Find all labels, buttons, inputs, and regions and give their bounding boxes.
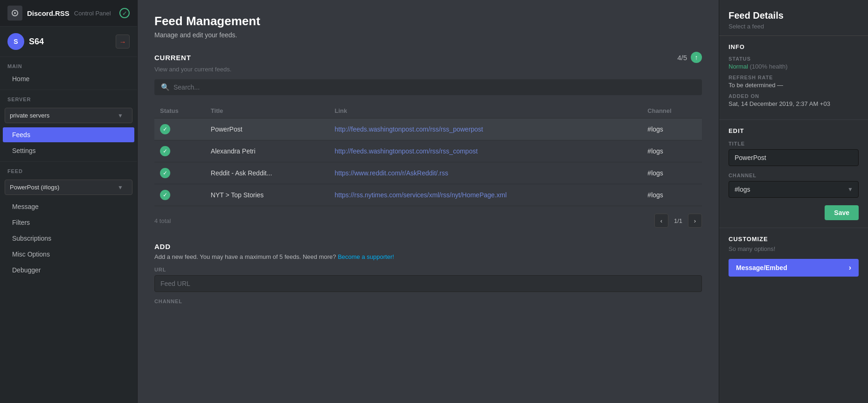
save-row: Save	[729, 205, 859, 220]
add-section: ADD Add a new feed. You may have a maxim…	[154, 243, 702, 307]
table-row[interactable]: ✓ NYT > Top Stories https://rss.nytimes.…	[154, 184, 702, 206]
search-input[interactable]	[174, 83, 695, 91]
feed-channel-cell: #logs	[642, 184, 702, 206]
status-dot: ✓	[160, 168, 170, 178]
feed-title-cell: Reddit - Ask Reddit...	[205, 162, 329, 184]
sidebar-item-home[interactable]: Home	[3, 71, 134, 86]
server-avatar: S	[7, 33, 24, 50]
server-dropdown-wrap: private servers ▼	[0, 106, 137, 125]
table-row[interactable]: ✓ Reddit - Ask Reddit... https://www.red…	[154, 162, 702, 184]
feed-dropdown[interactable]: PowerPost (#logs)	[5, 180, 132, 195]
chevron-right-icon: ›	[849, 264, 851, 272]
status-value: Normal (100% health)	[729, 63, 859, 70]
edit-title-label: TITLE	[729, 141, 859, 146]
feed-title-cell: Alexandra Petri	[205, 140, 329, 162]
become-supporter-link[interactable]: Become a supporter!	[338, 253, 394, 260]
status-dot: ✓	[160, 124, 170, 134]
feed-channel-cell: #logs	[642, 118, 702, 140]
info-section: INFO STATUS Normal (100% health) REFRESH…	[719, 36, 868, 120]
page-indicator: 1/1	[672, 217, 684, 224]
feed-dropdown-container: PowerPost (#logs) ▼	[5, 180, 132, 195]
sidebar-item-filters[interactable]: Filters	[3, 215, 134, 230]
app-status-icon: ✓	[119, 8, 130, 18]
server-dropdown-container: private servers ▼	[5, 108, 132, 123]
feed-count: 4/5	[677, 54, 687, 62]
feed-section-label: FEED	[0, 165, 137, 176]
current-section-title: CURRENT	[154, 54, 191, 62]
feed-channel-cell: #logs	[642, 162, 702, 184]
server-exit-button[interactable]: →	[116, 35, 130, 49]
status-normal: Normal	[729, 63, 748, 70]
right-panel: Feed Details Select a feed INFO STATUS N…	[719, 0, 868, 403]
server-name: S64	[29, 37, 111, 47]
sidebar: Discord.RSS Control Panel ✓ S S64 → MAIN…	[0, 0, 138, 403]
section-count: 4/5 ↑	[677, 52, 702, 63]
feed-dropdown-wrap: PowerPost (#logs) ▼	[0, 178, 137, 197]
status-row: STATUS Normal (100% health)	[729, 56, 859, 70]
edit-channel-label: CHANNEL	[729, 173, 859, 178]
feed-channel-cell: #logs	[642, 140, 702, 162]
server-dropdown[interactable]: private servers	[5, 108, 132, 123]
info-section-title: INFO	[729, 43, 859, 50]
refresh-rate-row: REFRESH RATE To be determined —	[729, 75, 859, 89]
add-section-title: ADD	[154, 243, 171, 250]
server-section: S S64 →	[0, 27, 137, 54]
col-status: Status	[154, 104, 205, 118]
table-row[interactable]: ✓ PowerPost http://feeds.washingtonpost.…	[154, 118, 702, 140]
save-button[interactable]: Save	[825, 205, 859, 220]
sidebar-item-misc-options[interactable]: Misc Options	[3, 247, 134, 262]
svg-point-2	[14, 12, 16, 14]
sidebar-item-subscriptions[interactable]: Subscriptions	[3, 231, 134, 246]
search-icon: 🔍	[161, 83, 170, 91]
right-panel-header: Feed Details Select a feed	[719, 0, 868, 36]
edit-channel-dropdown-wrap: #logs ▼	[729, 181, 859, 198]
edit-channel-dropdown[interactable]: #logs	[729, 181, 859, 198]
edit-section: EDIT TITLE CHANNEL #logs ▼ Save	[719, 120, 868, 228]
search-bar: 🔍	[154, 79, 702, 95]
sidebar-item-debugger[interactable]: Debugger	[3, 263, 134, 278]
col-link: Link	[329, 104, 642, 118]
feed-link-cell: http://feeds.washingtonpost.com/rss/rss_…	[329, 140, 642, 162]
channel-label: CHANNEL	[154, 299, 702, 304]
exit-icon: →	[119, 38, 126, 46]
feed-title-cell: PowerPost	[205, 118, 329, 140]
current-section-desc: View and your current feeds.	[154, 66, 702, 73]
total-count: 4 total	[154, 217, 171, 224]
prev-page-button[interactable]: ‹	[654, 214, 668, 228]
next-page-button[interactable]: ›	[688, 214, 702, 228]
col-title: Title	[205, 104, 329, 118]
customize-desc: So many options!	[729, 245, 859, 252]
upgrade-icon[interactable]: ↑	[691, 52, 702, 63]
feed-link-cell: https://rss.nytimes.com/services/xml/rss…	[329, 184, 642, 206]
feed-status-cell: ✓	[154, 140, 205, 162]
url-input[interactable]	[154, 275, 702, 292]
message-embed-button[interactable]: Message/Embed ›	[729, 259, 859, 277]
app-subtitle: Control Panel	[74, 10, 115, 17]
edit-section-title: EDIT	[729, 127, 859, 134]
pagination: 4 total ‹ 1/1 ›	[154, 214, 702, 228]
current-section-header: CURRENT 4/5 ↑	[154, 52, 702, 63]
main-section-label: MAIN	[0, 60, 137, 71]
sidebar-item-message[interactable]: Message	[3, 199, 134, 214]
table-row[interactable]: ✓ Alexandra Petri http://feeds.washingto…	[154, 140, 702, 162]
app-title: Discord.RSS	[27, 9, 69, 17]
right-panel-subtitle: Select a feed	[729, 23, 859, 30]
right-panel-title: Feed Details	[729, 10, 859, 21]
col-channel: Channel	[642, 104, 702, 118]
sidebar-item-settings[interactable]: Settings	[3, 143, 134, 158]
feed-status-cell: ✓	[154, 184, 205, 206]
refresh-rate-value: To be determined —	[729, 82, 859, 89]
customize-section: CUSTOMIZE So many options! Message/Embed…	[719, 228, 868, 284]
add-desc: Add a new feed. You may have a maximum o…	[154, 253, 702, 260]
edit-title-input[interactable]	[729, 149, 859, 166]
status-dot: ✓	[160, 146, 170, 156]
customize-title: CUSTOMIZE	[729, 236, 859, 243]
status-health: (100% health)	[750, 63, 788, 70]
refresh-rate-label: REFRESH RATE	[729, 75, 859, 80]
added-on-value: Sat, 14 December 2019, 2:37 AM +03	[729, 100, 859, 107]
sidebar-header: Discord.RSS Control Panel ✓	[0, 0, 137, 27]
url-label: URL	[154, 267, 702, 272]
sidebar-item-feeds[interactable]: Feeds	[3, 127, 134, 142]
message-embed-label: Message/Embed	[736, 264, 787, 271]
feed-link-cell: http://feeds.washingtonpost.com/rss/rss_…	[329, 118, 642, 140]
